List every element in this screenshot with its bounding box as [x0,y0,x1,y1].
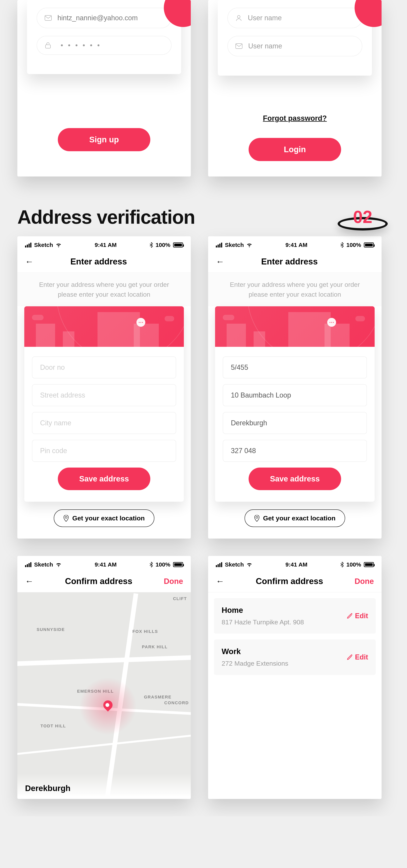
navbar: ← Confirm address Done [208,572,381,592]
edit-button[interactable]: Edit [347,612,368,620]
battery-icon [173,243,183,247]
wifi-icon [246,243,252,247]
address-list: Home 817 Hazle Turnpike Apt. 908 Edit Wo… [208,592,381,686]
bluetooth-icon [150,242,153,248]
page-title: Confirm address [65,576,132,586]
back-button[interactable]: ← [25,576,34,586]
navbar: ← Enter address [18,252,191,273]
signal-icon [216,243,222,247]
map-label: CLIFT [173,596,187,601]
lock-icon [45,42,51,49]
placeholder: User name [248,14,282,22]
clock: 9:41 AM [285,561,307,568]
battery-icon [173,562,183,567]
street-input[interactable]: Street address [32,384,176,406]
pin-icon [254,515,260,522]
clock: 9:41 AM [285,242,307,248]
get-location-button[interactable]: Get your exact location [244,509,345,527]
street-input[interactable]: 10 Baumbach Loop [223,384,367,406]
pencil-icon [347,654,353,660]
password-field[interactable] [37,36,171,55]
confirm-address-map-screen: Sketch 9:41 AM 100% ← Confirm address Do… [18,556,191,799]
address-text: 817 Hazle Turnpike Apt. 908 [222,618,304,626]
signal-icon [25,562,31,567]
map-label: FOX HILLS [132,629,158,634]
pin-input[interactable]: 327 048 [223,440,367,462]
section-number: 02 [336,206,389,228]
user-icon [236,15,242,21]
username-field[interactable]: User name [227,8,362,28]
status-bar: Sketch 9:41 AM 100% [18,236,191,252]
status-bar: Sketch 9:41 AM 100% [18,556,191,572]
forgot-password-link[interactable]: Forgot password? [208,114,381,123]
address-card: ⋯ Door no Street address City name Pin c… [24,306,184,502]
clock: 9:41 AM [95,242,116,248]
get-location-button[interactable]: Get your exact location [54,509,155,527]
signup-screen: hintz_nannie@yahoo.com Sign up [18,0,191,177]
confirm-address-list-screen: Sketch 9:41 AM 100% ← Confirm address Do… [208,556,381,799]
bluetooth-icon [341,562,344,567]
city-input[interactable]: City name [32,412,176,434]
wifi-icon [246,562,252,567]
address-card: ⋯ 5/455 10 Baumbach Loop Derekburgh 327 … [215,306,375,502]
login-card: User name User name [218,0,372,75]
pin-icon [63,515,69,522]
detected-city: Derekburgh [25,784,71,793]
email-field[interactable]: hintz_nannie@yahoo.com [37,8,171,28]
map-label: PARK HILL [142,645,168,649]
subtitle: Enter your address where you get your or… [18,273,191,306]
subtitle: Enter your address where you get your or… [208,273,381,306]
bluetooth-icon [150,562,153,567]
signup-card: hintz_nannie@yahoo.com [27,0,181,74]
back-button[interactable]: ← [25,257,34,267]
login-button[interactable]: Login [248,138,341,161]
status-bar: Sketch 9:41 AM 100% [208,556,381,572]
door-input[interactable]: 5/455 [223,356,367,378]
status-bar: Sketch 9:41 AM 100% [208,236,381,252]
map[interactable]: CLIFT FOX HILLS SUNNYSIDE PARK HILL EMER… [18,592,191,797]
battery-icon [364,243,374,247]
pin-input[interactable]: Pin code [32,440,176,462]
wifi-icon [56,562,62,567]
svg-point-2 [237,16,240,18]
mail-icon [45,15,52,21]
battery-icon [364,562,374,567]
svg-rect-1 [45,45,50,48]
navbar: ← Confirm address Done [18,572,191,592]
battery-pct: 100% [346,561,361,568]
clock: 9:41 AM [95,561,116,568]
battery-pct: 100% [156,242,170,248]
pencil-icon [347,613,353,619]
done-button[interactable]: Done [164,577,183,586]
placeholder: User name [248,42,282,50]
address-item-work[interactable]: Work 272 Madge Extensions Edit [214,640,376,675]
enter-address-filled-screen: Sketch 9:41 AM 100% ← Enter address Ente… [208,236,381,538]
city-input[interactable]: Derekburgh [223,412,367,434]
door-input[interactable]: Door no [32,356,176,378]
signal-icon [25,243,31,247]
signal-icon [216,562,222,567]
username-field-2[interactable]: User name [227,36,362,56]
address-item-home[interactable]: Home 817 Hazle Turnpike Apt. 908 Edit [214,598,376,633]
wifi-icon [56,243,62,247]
edit-button[interactable]: Edit [347,653,368,661]
done-button[interactable]: Done [354,577,374,586]
signup-button[interactable]: Sign up [58,128,150,151]
map-label: SUNNYSIDE [37,627,65,632]
chat-icon: ⋯ [327,318,336,327]
navbar: ← Enter address [208,252,381,273]
login-screen: User name User name Forgot password? Log… [208,0,381,177]
save-address-button[interactable]: Save address [248,468,341,490]
enter-address-empty-screen: Sketch 9:41 AM 100% ← Enter address Ente… [18,236,191,538]
map-label: TODT HILL [40,723,66,728]
svg-rect-3 [236,43,242,49]
back-button[interactable]: ← [216,257,224,267]
city-illustration: ⋯ [215,306,375,347]
address-text: 272 Madge Extensions [222,660,288,667]
address-label: Home [222,606,304,615]
map-label: GRASMERE [144,694,171,700]
page-title: Enter address [261,257,317,267]
back-button[interactable]: ← [216,576,224,586]
save-address-button[interactable]: Save address [58,468,150,490]
page-title: Confirm address [256,576,323,586]
